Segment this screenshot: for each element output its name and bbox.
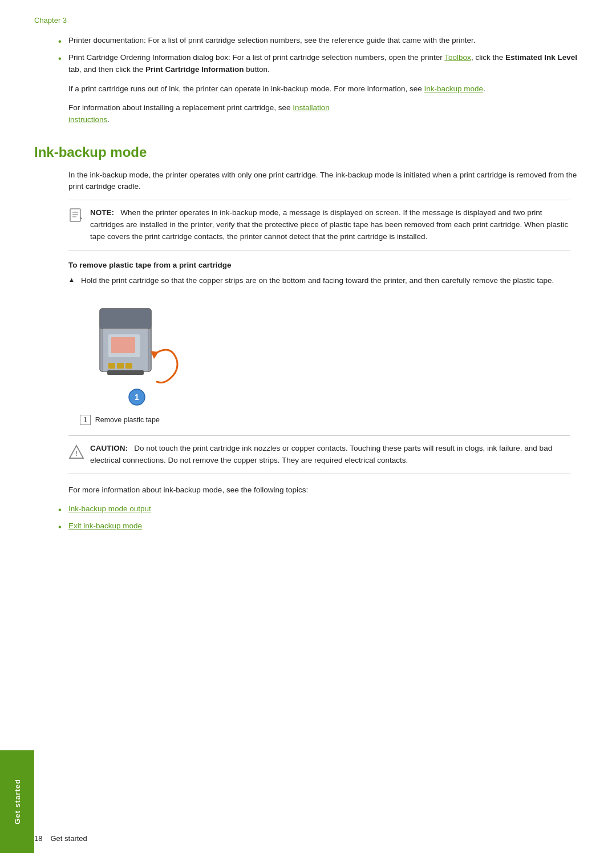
note-icon xyxy=(68,208,84,221)
footer-label: Get started xyxy=(50,834,87,843)
svg-rect-8 xyxy=(111,337,135,353)
note-content: NOTE: When the printer operates in ink-b… xyxy=(90,207,570,243)
more-info-link-item-2: Exit ink-backup mode xyxy=(68,520,582,532)
bullet-item-1: Printer documentation: For a list of pri… xyxy=(68,35,582,46)
note-text: When the printer operates in ink-backup … xyxy=(90,208,568,241)
section-body: In the ink-backup mode, the printer oper… xyxy=(68,169,582,193)
note-box: NOTE: When the printer operates in ink-b… xyxy=(68,200,570,250)
ink-backup-output-link[interactable]: Ink-backup mode output xyxy=(68,504,151,513)
triangle-item-1: Hold the print cartridge so that the cop… xyxy=(68,275,582,287)
cartridge-image: 1 xyxy=(80,297,582,410)
svg-text:1: 1 xyxy=(135,393,139,402)
svg-rect-0 xyxy=(70,209,80,221)
caution-box: ! CAUTION: Do not touch the print cartri… xyxy=(68,435,570,474)
sub-heading: To remove plastic tape from a print cart… xyxy=(68,261,582,269)
svg-rect-9 xyxy=(108,363,115,369)
bullet-item-2: Print Cartridge Ordering Information dia… xyxy=(68,52,582,75)
page-footer: 18 Get started xyxy=(34,834,582,843)
image-caption: 1 Remove plastic tape xyxy=(80,415,582,425)
top-bullet-list: Printer documentation: For a list of pri… xyxy=(68,35,582,75)
triangle-text-1: Hold the print cartridge so that the cop… xyxy=(81,276,554,285)
toolbox-link[interactable]: Toolbox xyxy=(444,53,471,62)
sidebar-tab: Get started xyxy=(0,750,34,853)
note-label: NOTE: xyxy=(90,208,120,217)
page-container: Chapter 3 Printer documentation: For a l… xyxy=(34,0,582,574)
more-info-links-list: Ink-backup mode output Exit ink-backup m… xyxy=(68,503,582,532)
bullet-text-2: Print Cartridge Ordering Information dia… xyxy=(68,53,577,73)
print-cartridge-info-bold: Print Cartridge Information xyxy=(145,65,244,74)
svg-rect-10 xyxy=(117,363,124,369)
svg-text:!: ! xyxy=(75,449,78,458)
sidebar-tab-label: Get started xyxy=(13,779,22,824)
bullet-text-1: Printer documentation: For a list of pri… xyxy=(68,36,476,45)
caution-icon: ! xyxy=(68,444,84,458)
caption-number: 1 xyxy=(80,415,91,425)
page-number: 18 xyxy=(34,834,42,843)
more-info-link-item-1: Ink-backup mode output xyxy=(68,503,582,515)
exit-ink-backup-link[interactable]: Exit ink-backup mode xyxy=(68,521,142,530)
para2: For information about installing a repla… xyxy=(68,102,582,126)
more-info-para: For more information about ink-backup mo… xyxy=(68,484,582,496)
svg-rect-5 xyxy=(100,309,151,329)
cartridge-svg: 1 xyxy=(80,297,205,409)
para1: If a print cartridge runs out of ink, th… xyxy=(68,83,582,95)
svg-rect-11 xyxy=(125,363,132,369)
triangle-list: Hold the print cartridge so that the cop… xyxy=(68,275,582,287)
chapter-label: Chapter 3 xyxy=(34,16,582,25)
estimated-ink-bold: Estimated Ink Level xyxy=(505,53,577,62)
caution-text: Do not touch the print cartridge ink noz… xyxy=(90,444,552,464)
caption-text: Remove plastic tape xyxy=(95,416,160,424)
caution-content: CAUTION: Do not touch the print cartridg… xyxy=(90,443,570,467)
section-heading: Ink-backup mode xyxy=(34,144,582,160)
ink-backup-link[interactable]: Ink-backup mode xyxy=(424,84,484,93)
installation-link[interactable]: Installationinstructions xyxy=(68,103,330,124)
svg-rect-12 xyxy=(107,370,144,375)
svg-marker-15 xyxy=(151,351,159,359)
caution-label: CAUTION: xyxy=(90,444,134,452)
